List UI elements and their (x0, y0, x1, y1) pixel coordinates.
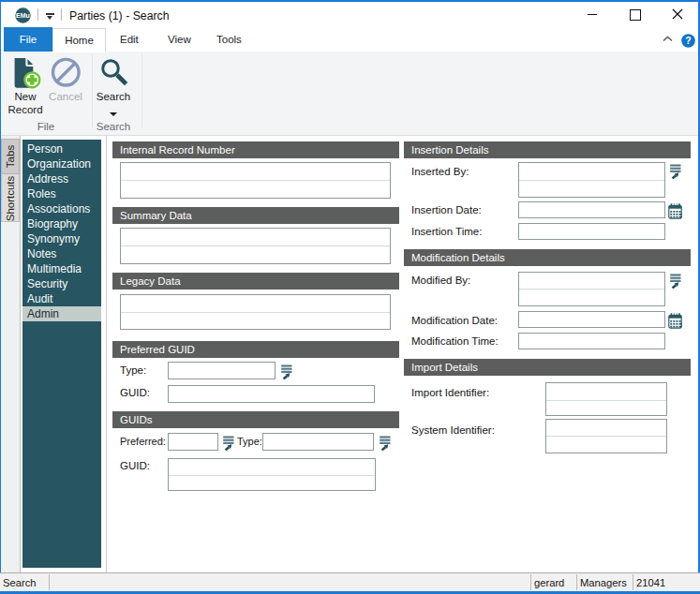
svg-text:?: ? (685, 35, 691, 46)
svg-text:EMu: EMu (16, 12, 30, 19)
